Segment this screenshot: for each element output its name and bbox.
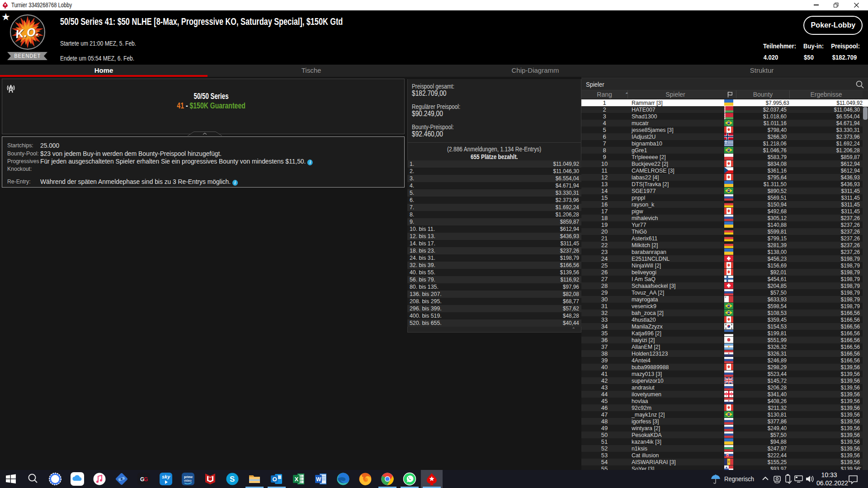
svg-text:video: video	[184, 479, 192, 482]
svg-text:prime: prime	[184, 475, 193, 479]
svg-text:X: X	[295, 476, 299, 483]
svg-text:sky: sky	[162, 474, 170, 479]
svg-text:S: S	[230, 475, 235, 483]
svg-text:W: W	[316, 476, 321, 483]
svg-text:G: G	[144, 476, 148, 483]
svg-text:O: O	[273, 476, 277, 483]
